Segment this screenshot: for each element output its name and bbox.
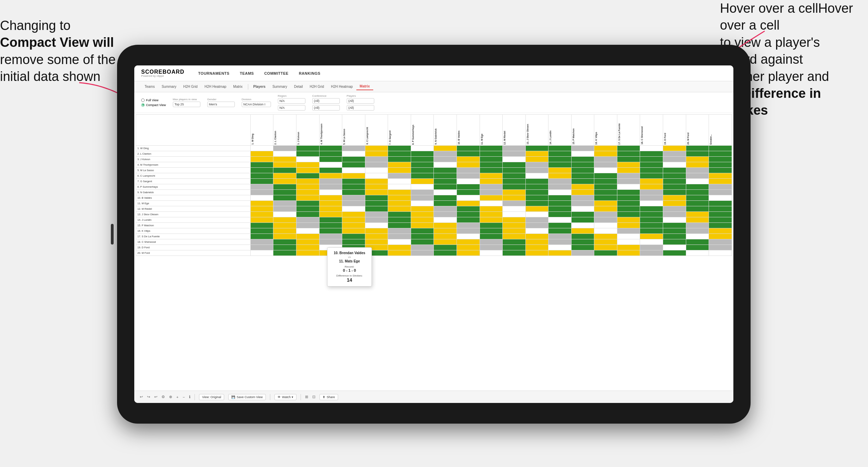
matrix-cell[interactable] [480, 201, 503, 206]
matrix-cell[interactable] [525, 223, 548, 228]
matrix-cell[interactable] [503, 157, 526, 162]
matrix-cell[interactable] [594, 245, 617, 250]
matrix-cell[interactable] [525, 245, 548, 250]
matrix-cell[interactable] [411, 206, 434, 212]
matrix-cell[interactable] [457, 201, 480, 206]
matrix-cell[interactable] [663, 184, 686, 190]
matrix-cell[interactable] [548, 206, 572, 212]
matrix-cell[interactable] [571, 228, 594, 234]
matrix-cell[interactable] [434, 184, 457, 190]
matrix-cell[interactable] [686, 146, 709, 151]
matrix-cell[interactable] [457, 206, 480, 212]
matrix-cell[interactable] [640, 190, 663, 195]
matrix-cell[interactable] [273, 206, 296, 212]
matrix-cell[interactable] [571, 212, 594, 217]
matrix-cell[interactable] [686, 173, 709, 179]
matrix-cell[interactable] [525, 250, 548, 256]
matrix-cell[interactable] [365, 173, 388, 179]
matrix-cell[interactable] [571, 201, 594, 206]
matrix-cell[interactable] [503, 217, 526, 223]
matrix-cell[interactable] [686, 217, 709, 223]
matrix-cell[interactable] [342, 151, 365, 157]
matrix-cell[interactable] [250, 173, 273, 179]
matrix-cell[interactable] [571, 151, 594, 157]
zoom-out-icon[interactable]: − [182, 395, 185, 399]
matrix-cell[interactable] [617, 228, 640, 234]
matrix-cell[interactable] [525, 212, 548, 217]
matrix-cell[interactable] [640, 212, 663, 217]
matrix-cell[interactable] [686, 234, 709, 239]
matrix-cell[interactable] [503, 228, 526, 234]
matrix-cell[interactable] [250, 212, 273, 217]
matrix-cell[interactable] [411, 190, 434, 195]
max-players-select[interactable]: Top 25 [173, 102, 200, 107]
matrix-cell[interactable] [525, 179, 548, 184]
matrix-cell[interactable] [503, 223, 526, 228]
matrix-cell[interactable] [617, 184, 640, 190]
matrix-cell[interactable] [250, 146, 273, 151]
matrix-cell[interactable] [296, 173, 320, 179]
matrix-cell[interactable] [548, 173, 572, 179]
matrix-cell[interactable] [457, 162, 480, 168]
matrix-cell[interactable] [640, 234, 663, 239]
matrix-cell[interactable] [709, 228, 732, 234]
matrix-cell[interactable] [525, 228, 548, 234]
matrix-cell[interactable] [250, 157, 273, 162]
matrix-cell[interactable] [663, 234, 686, 239]
matrix-cell[interactable] [686, 239, 709, 245]
matrix-cell[interactable] [365, 234, 388, 239]
matrix-cell[interactable] [457, 228, 480, 234]
matrix-cell[interactable] [457, 157, 480, 162]
matrix-cell[interactable] [480, 223, 503, 228]
matrix-cell[interactable] [250, 201, 273, 206]
redo-icon2[interactable]: ↩ [154, 395, 157, 399]
matrix-cell[interactable] [594, 168, 617, 173]
matrix-cell[interactable] [273, 212, 296, 217]
matrix-cell[interactable] [273, 195, 296, 201]
matrix-cell[interactable] [686, 157, 709, 162]
matrix-cell[interactable] [388, 157, 411, 162]
matrix-cell[interactable] [503, 190, 526, 195]
matrix-cell[interactable] [548, 212, 572, 217]
matrix-cell[interactable] [250, 245, 273, 250]
matrix-cell[interactable] [480, 195, 503, 201]
matrix-cell[interactable] [663, 217, 686, 223]
matrix-cell[interactable] [319, 228, 342, 234]
matrix-cell[interactable] [388, 212, 411, 217]
matrix-cell[interactable] [388, 151, 411, 157]
matrix-cell[interactable] [296, 162, 320, 168]
matrix-cell[interactable] [640, 245, 663, 250]
matrix-cell[interactable] [548, 239, 572, 245]
matrix-cell[interactable] [594, 173, 617, 179]
matrix-cell[interactable] [594, 223, 617, 228]
matrix-cell[interactable] [480, 250, 503, 256]
matrix-cell[interactable] [319, 157, 342, 162]
matrix-cell[interactable] [273, 173, 296, 179]
matrix-cell[interactable] [548, 234, 572, 239]
zoom-in-icon[interactable]: + [176, 395, 178, 399]
matrix-cell[interactable] [686, 195, 709, 201]
matrix-cell[interactable] [319, 168, 342, 173]
matrix-cell[interactable] [548, 162, 572, 168]
matrix-cell[interactable] [388, 206, 411, 212]
compact-view-option[interactable]: Compact View [141, 103, 166, 107]
matrix-cell[interactable] [480, 239, 503, 245]
matrix-cell[interactable] [709, 190, 732, 195]
matrix-cell[interactable] [296, 223, 320, 228]
matrix-cell[interactable] [525, 217, 548, 223]
matrix-cell[interactable] [273, 151, 296, 157]
matrix-cell[interactable] [709, 245, 732, 250]
matrix-cell[interactable] [319, 217, 342, 223]
matrix-cell[interactable] [250, 184, 273, 190]
matrix-cell[interactable] [594, 179, 617, 184]
matrix-cell[interactable] [503, 250, 526, 256]
matrix-cell[interactable] [365, 239, 388, 245]
matrix-cell[interactable] [342, 184, 365, 190]
matrix-cell[interactable] [250, 179, 273, 184]
matrix-cell[interactable] [273, 250, 296, 256]
matrix-cell[interactable] [319, 234, 342, 239]
matrix-cell[interactable] [457, 245, 480, 250]
matrix-cell[interactable] [434, 234, 457, 239]
matrix-cell[interactable] [571, 168, 594, 173]
matrix-cell[interactable] [525, 234, 548, 239]
